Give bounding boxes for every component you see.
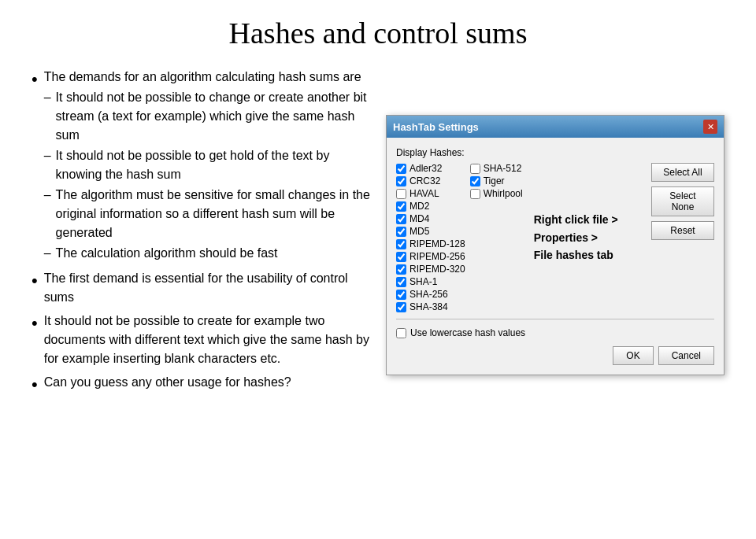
hash-item: MD2: [396, 201, 465, 212]
whirlpool-checkbox[interactable]: [470, 189, 480, 199]
lowercase-row: Use lowercase hash values: [396, 327, 525, 338]
list-item: • The first demand is essential for the …: [32, 269, 378, 307]
hash-item: Adler32: [396, 163, 465, 174]
main-list: • The demands for an algorithm calculati…: [32, 68, 378, 397]
md5-checkbox[interactable]: [396, 227, 406, 237]
separator: [396, 319, 714, 319]
dialog-body: Display Hashes: Adler32 CRC32 HAVAL MD2 …: [387, 138, 724, 375]
sub-item-text: The calculation algorithm should be fast: [56, 244, 278, 263]
sub-item-text: The algorithm must be sensitive for smal…: [56, 186, 378, 242]
lowercase-checkbox[interactable]: [396, 328, 406, 338]
hash-item: SHA-384: [396, 301, 465, 312]
item-text: The first demand is essential for the us…: [44, 271, 348, 304]
hash-col-2: SHA-512 Tiger Whirlpool: [470, 163, 523, 312]
bullet-icon: •: [32, 312, 38, 336]
sub-list-item: – The algorithm must be sensitive for sm…: [44, 186, 378, 242]
crc32-checkbox[interactable]: [396, 176, 406, 186]
select-all-button[interactable]: Select All: [651, 163, 714, 182]
bullet-icon: •: [32, 373, 38, 397]
hash-item: RIPEMD-128: [396, 238, 465, 249]
hash-item: SHA-512: [470, 163, 523, 174]
text-area: • The demands for an algorithm calculati…: [32, 68, 378, 402]
sha384-checkbox[interactable]: [396, 302, 406, 312]
sub-item-text: It should not be possible to get hold of…: [56, 146, 378, 184]
hash-item: MD4: [396, 213, 465, 224]
sha512-checkbox[interactable]: [470, 164, 480, 174]
hash-item: CRC32: [396, 175, 465, 186]
cancel-button[interactable]: Cancel: [658, 346, 714, 365]
dash-icon: –: [44, 244, 51, 263]
dialog-footer: Use lowercase hash values: [396, 327, 714, 338]
display-hashes-label: Display Hashes:: [396, 147, 714, 158]
dash-icon: –: [44, 88, 51, 107]
tiger-checkbox[interactable]: [470, 176, 480, 186]
dialog-area: HashTab Settings ✕ Display Hashes: Adler…: [386, 115, 724, 402]
haval-checkbox[interactable]: [396, 189, 406, 199]
hash-item: MD5: [396, 226, 465, 237]
hash-col-1: Adler32 CRC32 HAVAL MD2 MD4 MD5 RIPEMD-1…: [396, 163, 465, 312]
hash-item: SHA-1: [396, 276, 465, 287]
dialog-ok-cancel: OK Cancel: [396, 346, 714, 365]
bullet-icon: •: [32, 68, 38, 92]
ripemd320-checkbox[interactable]: [396, 264, 406, 275]
reset-button[interactable]: Reset: [651, 221, 714, 240]
dialog-main: Adler32 CRC32 HAVAL MD2 MD4 MD5 RIPEMD-1…: [396, 163, 714, 312]
hash-item: Tiger: [470, 175, 523, 186]
adler32-checkbox[interactable]: [396, 164, 406, 174]
sha256-checkbox[interactable]: [396, 290, 406, 300]
hash-item: Whirlpool: [470, 188, 523, 199]
sub-list-item: – It should not be possible to change or…: [44, 88, 378, 145]
select-none-button[interactable]: Select None: [651, 186, 714, 216]
dash-icon: –: [44, 186, 51, 205]
right-info: Right click file >Properties >File hashe…: [528, 163, 624, 312]
lowercase-label: Use lowercase hash values: [410, 327, 525, 338]
item-text: Can you guess any other usage for hashes…: [44, 375, 291, 389]
dash-icon: –: [44, 146, 51, 165]
md4-checkbox[interactable]: [396, 214, 406, 224]
list-item: • Can you guess any other usage for hash…: [32, 373, 378, 397]
sub-item-text: It should not be possible to change or c…: [56, 88, 378, 145]
page: Hashes and control sums • The demands fo…: [0, 0, 756, 539]
hash-item: RIPEMD-320: [396, 264, 465, 275]
list-item: • The demands for an algorithm calculati…: [32, 68, 378, 264]
dialog-titlebar: HashTab Settings ✕: [387, 116, 724, 138]
md2-checkbox[interactable]: [396, 201, 406, 212]
dialog-close-button[interactable]: ✕: [703, 120, 717, 134]
hash-list-area: Adler32 CRC32 HAVAL MD2 MD4 MD5 RIPEMD-1…: [396, 163, 642, 312]
list-item: • It should not be possible to create fo…: [32, 312, 378, 368]
item-text: It should not be possible to create for …: [44, 314, 369, 365]
content-area: • The demands for an algorithm calculati…: [32, 68, 724, 402]
dialog-title: HashTab Settings: [393, 121, 479, 133]
sub-list-item: – It should not be possible to get hold …: [44, 146, 378, 184]
ripemd128-checkbox[interactable]: [396, 239, 406, 249]
ok-button[interactable]: OK: [613, 346, 653, 365]
sub-list-item: – The calculation algorithm should be fa…: [44, 244, 378, 263]
bullet-icon: •: [32, 269, 38, 293]
hash-item: RIPEMD-256: [396, 251, 465, 262]
hashtab-dialog: HashTab Settings ✕ Display Hashes: Adler…: [386, 115, 724, 375]
hash-item: SHA-256: [396, 289, 465, 300]
ripemd256-checkbox[interactable]: [396, 252, 406, 262]
sub-list: – It should not be possible to change or…: [44, 88, 378, 263]
hash-item: HAVAL: [396, 188, 465, 199]
right-info-text: Right click file >Properties >File hashe…: [534, 211, 618, 264]
dialog-action-buttons: Select All Select None Reset: [651, 163, 714, 312]
item-text: The demands for an algorithm calculating…: [44, 70, 361, 83]
page-title: Hashes and control sums: [32, 16, 724, 50]
sha1-checkbox[interactable]: [396, 277, 406, 287]
